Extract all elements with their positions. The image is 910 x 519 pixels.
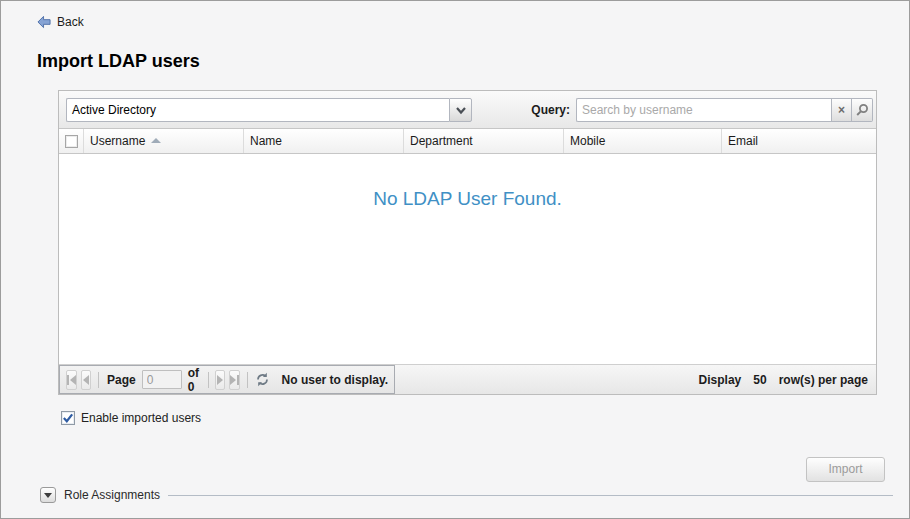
role-assignments-divider (168, 495, 893, 496)
refresh-icon (255, 372, 270, 387)
first-page-button[interactable] (66, 370, 77, 390)
directory-select-trigger[interactable] (449, 98, 472, 122)
back-arrow-icon (37, 15, 51, 29)
query-label: Query: (531, 103, 570, 117)
directory-select-value: Active Directory (66, 98, 449, 122)
collapse-triangle-icon (44, 493, 52, 498)
role-assignments-toggle-button[interactable] (40, 487, 56, 503)
search-input[interactable] (576, 98, 831, 122)
next-page-icon (217, 375, 223, 385)
last-page-icon (230, 375, 236, 385)
column-header-name[interactable]: Name (244, 129, 404, 153)
chevron-down-icon (455, 106, 467, 115)
page-title: Import LDAP users (37, 51, 200, 72)
column-header-username[interactable]: Username (84, 129, 244, 153)
enable-imported-users-option[interactable]: Enable imported users (61, 411, 201, 425)
checkmark-icon (62, 412, 74, 424)
grid-paging-bar: Page of 0 (59, 364, 876, 394)
select-all-checkbox[interactable] (65, 135, 78, 148)
role-assignments-section: Role Assignments (40, 487, 893, 503)
enable-imported-users-checkbox[interactable] (61, 411, 75, 425)
last-page-button[interactable] (229, 370, 240, 390)
empty-grid-message: No LDAP User Found. (59, 154, 876, 210)
back-label: Back (57, 15, 84, 29)
import-button[interactable]: Import (806, 457, 885, 482)
column-header-email[interactable]: Email (722, 129, 876, 153)
column-header-mobile[interactable]: Mobile (564, 129, 722, 153)
display-per-page: Display 50 row(s) per page (699, 365, 868, 394)
refresh-button[interactable] (255, 370, 270, 390)
pager-status-text: No user to display. (282, 373, 388, 387)
page-label: Page (107, 373, 136, 387)
grid-header-row: Username Name Department Mobile Email (59, 129, 876, 154)
search-icon (855, 103, 869, 117)
display-rows-value: 50 (753, 373, 766, 387)
enable-imported-users-label: Enable imported users (81, 411, 201, 425)
search-box: × (576, 98, 873, 122)
grid-toolbar: Active Directory Query: × (59, 91, 876, 129)
page-count-label: of 0 (188, 366, 199, 394)
clear-icon: × (838, 103, 845, 117)
column-header-department[interactable]: Department (404, 129, 564, 153)
page-number-input[interactable] (142, 370, 182, 389)
pager: Page of 0 (59, 365, 395, 394)
search-button[interactable] (852, 98, 873, 122)
role-assignments-label: Role Assignments (64, 488, 160, 502)
import-ldap-users-page: Back Import LDAP users Active Directory … (0, 0, 910, 519)
next-page-button[interactable] (215, 370, 225, 390)
sort-asc-icon (151, 138, 161, 143)
select-all-header-cell (59, 129, 84, 153)
directory-select[interactable]: Active Directory (66, 98, 472, 122)
grid-body: No LDAP User Found. (59, 154, 876, 364)
prev-page-button[interactable] (81, 370, 91, 390)
display-suffix: row(s) per page (779, 373, 868, 387)
display-label: Display (699, 373, 742, 387)
prev-page-icon (83, 375, 89, 385)
ldap-users-grid: Active Directory Query: × (58, 90, 877, 395)
first-page-icon (67, 375, 69, 385)
back-button[interactable]: Back (37, 15, 84, 29)
clear-search-button[interactable]: × (831, 98, 852, 122)
